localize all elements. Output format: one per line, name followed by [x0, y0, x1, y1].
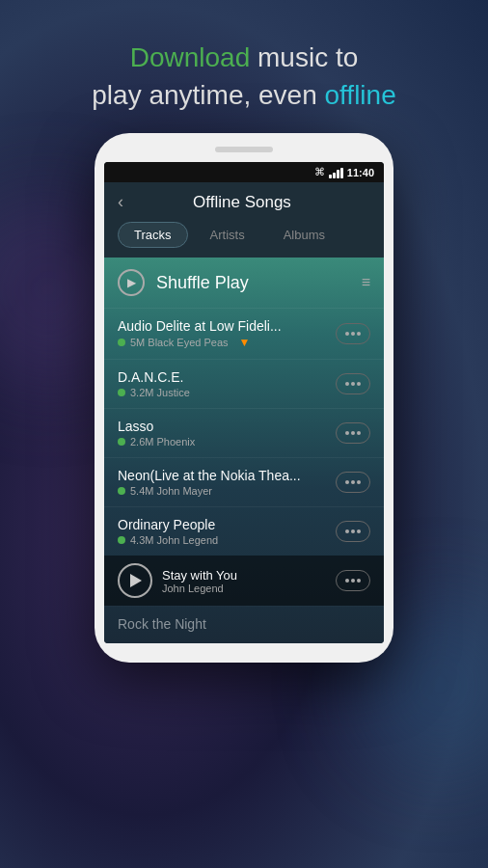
more-btn-4[interactable]	[336, 472, 370, 493]
track-meta-3: 2.6M Phoenix	[118, 436, 336, 448]
shuffle-play-label: Shuffle Play	[156, 273, 350, 293]
green-dot-5	[118, 536, 125, 544]
track-item[interactable]: Ordinary People 4.3M John Legend	[104, 506, 384, 556]
more-btn-1[interactable]	[336, 323, 370, 344]
track-item[interactable]: D.A.N.C.E. 3.2M Justice	[104, 359, 384, 408]
tab-albums[interactable]: Albums	[267, 222, 341, 248]
track-info-5: Ordinary People 4.3M John Legend	[118, 517, 336, 546]
track-item-peek: Rock the Night	[104, 606, 384, 641]
now-playing-bar[interactable]: Stay with You John Legend	[104, 556, 384, 606]
track-info-3: Lasso 2.6M Phoenix	[118, 419, 336, 448]
tab-artists[interactable]: Artists	[194, 222, 261, 248]
dot-2	[351, 332, 355, 336]
track-size-artist-5: 4.3M John Legend	[130, 534, 218, 546]
more-btn-5[interactable]	[336, 521, 370, 542]
shuffle-row: ▶ Shuffle Play ≡	[104, 258, 384, 308]
play-triangle-icon	[130, 574, 142, 587]
signal-bar-1	[329, 175, 332, 178]
track-list-area: ▶ Shuffle Play ≡ Audio Delite at Low Fid…	[104, 258, 384, 643]
download-icon-1: ▼	[239, 336, 251, 349]
track-item[interactable]: Lasso 2.6M Phoenix	[104, 408, 384, 457]
back-button[interactable]: ‹	[118, 192, 123, 212]
green-dot-4	[118, 487, 125, 495]
dot-1	[345, 332, 349, 336]
track-meta-1: 5M Black Eyed Peas ▼	[118, 336, 336, 349]
track-info-4: Neon(Live at the Nokia Thea... 5.4M John…	[118, 468, 336, 497]
signal-bar-3	[337, 170, 339, 178]
track-size-artist-2: 3.2M Justice	[130, 387, 190, 398]
now-playing-info: Stay with You John Legend	[162, 568, 326, 594]
track-name-5: Ordinary People	[118, 517, 330, 532]
signal-bar-2	[333, 173, 336, 178]
track-name-peek: Rock the Night	[118, 616, 330, 632]
headline-offline: offline	[325, 80, 396, 110]
track-size-artist-3: 2.6M Phoenix	[130, 436, 195, 448]
track-info-1: Audio Delite at Low Fideli... 5M Black E…	[118, 318, 336, 349]
more-btn-np[interactable]	[336, 570, 370, 591]
tabs-row: Tracks Artists Albums	[104, 222, 384, 258]
sort-icon[interactable]: ≡	[362, 274, 370, 291]
track-name-4: Neon(Live at the Nokia Thea...	[118, 468, 330, 483]
tab-tracks[interactable]: Tracks	[118, 222, 188, 248]
track-name-2: D.A.N.C.E.	[118, 369, 330, 385]
track-name-1: Audio Delite at Low Fideli...	[118, 318, 330, 334]
shuffle-play-icon[interactable]: ▶	[118, 269, 145, 296]
track-size-artist-4: 5.4M John Mayer	[130, 485, 212, 497]
status-time: 11:40	[347, 167, 374, 178]
headline-download: Download	[130, 42, 251, 72]
headline-line2-pre: play anytime, even	[92, 80, 324, 110]
more-btn-2[interactable]	[336, 373, 370, 394]
track-item[interactable]: Neon(Live at the Nokia Thea... 5.4M John…	[104, 457, 384, 506]
track-info-peek: Rock the Night	[118, 616, 370, 632]
track-size-artist-1: 5M Black Eyed Peas	[130, 337, 229, 348]
now-playing-title: Stay with You	[162, 568, 326, 583]
green-dot-1	[118, 339, 125, 346]
green-dot-3	[118, 438, 125, 446]
headline-music: music to	[250, 42, 358, 72]
app-header: ‹ Offline Songs	[104, 182, 384, 222]
track-meta-2: 3.2M Justice	[118, 387, 336, 398]
status-icons: ⌘ 11:40	[314, 166, 374, 178]
wifi-icon: ⌘	[314, 166, 325, 178]
dot-3	[357, 332, 361, 336]
track-name-3: Lasso	[118, 419, 330, 434]
signal-bars-icon	[329, 167, 343, 178]
play-button[interactable]	[118, 563, 152, 598]
headline: Download music to play anytime, even off…	[63, 0, 424, 133]
more-btn-3[interactable]	[336, 422, 370, 444]
track-meta-4: 5.4M John Mayer	[118, 485, 336, 497]
phone-screen: ⌘ 11:40 ‹ Offline Songs Trac	[104, 162, 384, 643]
green-dot-2	[118, 389, 125, 396]
signal-bar-4	[340, 168, 343, 178]
track-info-2: D.A.N.C.E. 3.2M Justice	[118, 369, 336, 398]
status-bar: ⌘ 11:40	[104, 162, 384, 182]
now-playing-artist: John Legend	[162, 583, 326, 594]
track-meta-5: 4.3M John Legend	[118, 534, 336, 546]
phone-mockup: ⌘ 11:40 ‹ Offline Songs Trac	[95, 133, 393, 663]
phone-speaker	[215, 147, 273, 152]
app-title: Offline Songs	[133, 193, 351, 212]
track-item[interactable]: Audio Delite at Low Fideli... 5M Black E…	[104, 308, 384, 359]
